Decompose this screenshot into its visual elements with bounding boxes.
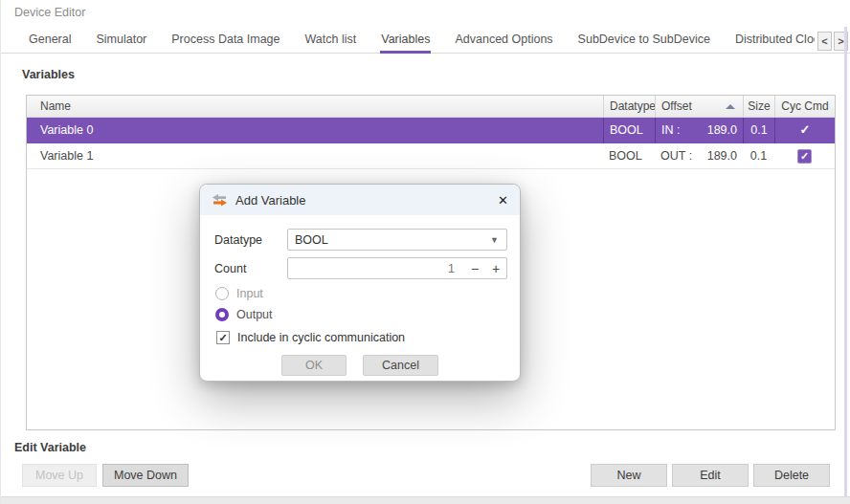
- edit-variable-heading: Edit Variable: [14, 441, 86, 454]
- tab-simulator[interactable]: Simulator: [95, 29, 147, 54]
- tab-process-data-image[interactable]: Process Data Image: [170, 29, 280, 54]
- output-radio[interactable]: [215, 308, 229, 321]
- input-radio[interactable]: [215, 287, 229, 300]
- add-variable-dialog: Add Variable ✕ Datatype BOOL ▼ Count 1 −…: [199, 184, 521, 382]
- cell-cyc-cmd: ✓: [774, 118, 835, 143]
- move-down-button[interactable]: Move Down: [102, 464, 189, 487]
- cell-offset: IN : 189.0: [655, 118, 743, 143]
- cyclic-checkbox[interactable]: ✓: [216, 331, 230, 344]
- count-field-row: Count 1 − +: [214, 257, 507, 279]
- tab-scroll-left-button[interactable]: <: [817, 32, 832, 51]
- column-header-datatype[interactable]: Datatype: [603, 96, 655, 117]
- cell-size: 0.1: [743, 143, 774, 168]
- panel-bottom-edge: [1, 496, 850, 504]
- table-row-variable-0[interactable]: Variable 0 BOOL IN : 189.0 0.1 ✓: [27, 118, 835, 143]
- tab-distributed-clocks[interactable]: Distributed Clocks: [734, 29, 815, 54]
- output-radio-label: Output: [236, 308, 273, 321]
- cell-size: 0.1: [743, 118, 774, 143]
- tab-general[interactable]: General: [28, 29, 72, 54]
- new-button[interactable]: New: [591, 464, 667, 487]
- column-header-name[interactable]: Name: [27, 96, 603, 117]
- input-radio-label: Input: [236, 287, 263, 300]
- datatype-select[interactable]: BOOL ▼: [287, 229, 507, 251]
- table-row-variable-1[interactable]: Variable 1 BOOL OUT : 189.0 0.1 ✓: [27, 143, 835, 169]
- count-input[interactable]: 1: [288, 262, 464, 275]
- input-radio-row[interactable]: Input: [215, 287, 263, 300]
- cyclic-checkbox-label: Include in cyclic communication: [237, 331, 405, 344]
- tab-variables[interactable]: Variables: [380, 29, 431, 54]
- chevron-down-icon: ▼: [490, 235, 499, 245]
- sort-ascending-icon: [726, 104, 735, 109]
- datatype-label: Datatype: [214, 233, 287, 247]
- delete-button[interactable]: Delete: [753, 464, 830, 487]
- cell-offset: OUT : 189.0: [655, 143, 743, 168]
- dialog-titlebar[interactable]: Add Variable ✕: [200, 185, 520, 215]
- table-header-row: Name Datatype Offset Size Cyc Cmd: [27, 96, 835, 118]
- offset-value: 189.0: [692, 143, 743, 168]
- tab-watch-list[interactable]: Watch list: [304, 29, 358, 54]
- exchange-arrows-icon: [212, 193, 228, 208]
- close-icon[interactable]: ✕: [498, 193, 508, 208]
- datatype-selected-value: BOOL: [288, 233, 490, 247]
- check-icon: ✓: [218, 332, 227, 343]
- cell-datatype: BOOL: [603, 143, 655, 168]
- cell-datatype: BOOL: [603, 118, 655, 143]
- cancel-button[interactable]: Cancel: [363, 355, 438, 376]
- move-up-button[interactable]: Move Up: [22, 464, 97, 487]
- cell-name: Variable 1: [27, 143, 603, 168]
- datatype-field-row: Datatype BOOL ▼: [214, 229, 507, 251]
- device-editor-window: Device Editor General Simulator Process …: [0, 0, 850, 504]
- offset-direction: OUT :: [655, 143, 692, 168]
- panel-right-edge: [844, 27, 847, 497]
- tab-advanced-options[interactable]: Advanced Options: [454, 29, 553, 54]
- chevron-right-icon: >: [838, 35, 843, 47]
- decrement-button[interactable]: −: [464, 261, 485, 276]
- column-header-offset-label: Offset: [656, 96, 692, 117]
- check-icon: ✓: [800, 150, 809, 162]
- count-label: Count: [214, 262, 287, 275]
- cyclic-checkbox-row[interactable]: ✓ Include in cyclic communication: [216, 331, 405, 344]
- column-header-size[interactable]: Size: [743, 96, 774, 117]
- tab-bar: General Simulator Process Data Image Wat…: [1, 29, 850, 54]
- ok-button[interactable]: OK: [281, 355, 347, 376]
- output-radio-row[interactable]: Output: [215, 308, 273, 321]
- tab-subdevice-to-subdevice[interactable]: SubDevice to SubDevice: [577, 29, 711, 54]
- cell-name: Variable 0: [27, 118, 603, 143]
- offset-direction: IN :: [656, 118, 680, 143]
- check-icon: ✓: [800, 122, 811, 137]
- page-title: Device Editor: [14, 6, 85, 19]
- cell-cyc-cmd: ✓: [774, 143, 835, 168]
- count-stepper[interactable]: 1 − +: [287, 257, 507, 279]
- tab-strip: General Simulator Process Data Image Wat…: [28, 29, 815, 54]
- increment-button[interactable]: +: [485, 261, 506, 276]
- cyc-cmd-checkbox[interactable]: ✓: [797, 149, 812, 164]
- column-header-offset[interactable]: Offset: [655, 96, 743, 117]
- offset-value: 189.0: [680, 118, 743, 143]
- variables-section-heading: Variables: [22, 68, 75, 81]
- chevron-left-icon: <: [821, 35, 827, 47]
- edit-button[interactable]: Edit: [672, 464, 749, 487]
- dialog-title: Add Variable: [235, 193, 305, 208]
- column-header-cyc-cmd[interactable]: Cyc Cmd: [774, 96, 835, 117]
